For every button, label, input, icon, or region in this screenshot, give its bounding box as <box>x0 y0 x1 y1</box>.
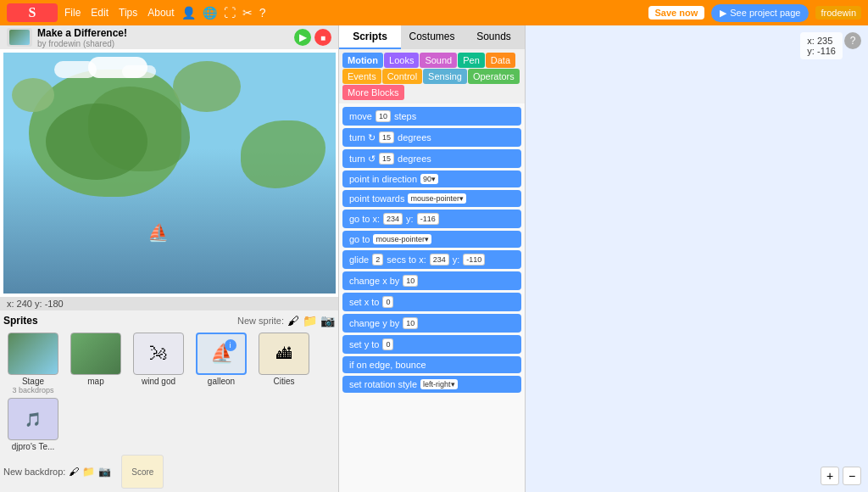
block-turn-cw[interactable]: turn ↻ 15 degrees <box>342 128 521 147</box>
user-badge[interactable]: frodewin <box>815 6 861 20</box>
paint-icon[interactable]: 🖌 <box>287 314 299 327</box>
sprites-list: Stage 3 backdrops map 🌬 wind god i⛵ gall… <box>3 333 335 451</box>
tab-costumes[interactable]: Costumes <box>401 25 463 49</box>
see-project-icon: ▶ <box>720 8 726 19</box>
zoom-controls: + − <box>821 467 861 485</box>
main-area: Make a Difference! by frodewin (shared) … <box>0 25 868 492</box>
sprites-panel: Sprites New sprite: 🖌 📁 📷 Stage 3 backdr… <box>0 310 338 492</box>
block-set-y[interactable]: set y to 0 <box>342 335 521 354</box>
backdrop-camera-icon[interactable]: 📷 <box>98 466 111 478</box>
middle-panel: Scripts Costumes Sounds Motion Looks Sou… <box>339 25 526 492</box>
fullscreen-icon: ⛶ <box>224 6 236 20</box>
scripts-area[interactable]: when I receive Init Game ▾ set size to 6… <box>526 25 868 492</box>
sprite-item-galleon[interactable]: i⛵ galleon <box>192 333 251 394</box>
backdrop-file-icon[interactable]: 📁 <box>82 466 95 478</box>
sprite-item-cities[interactable]: 🏙 Cities <box>254 333 314 394</box>
block-if-on-edge[interactable]: if on edge, bounce <box>342 356 521 373</box>
scripts-workspace: when I receive Init Game ▾ set size to 6… <box>526 25 868 492</box>
new-backdrop-label: New backdrop: <box>3 467 65 477</box>
stop-button[interactable]: ■ <box>314 29 331 46</box>
sprite-item-stage[interactable]: Stage 3 backdrops <box>3 333 63 394</box>
tab-bar: Scripts Costumes Sounds <box>339 25 525 49</box>
sprite-item-map[interactable]: map <box>66 333 125 394</box>
info-badge: i⛵ <box>210 343 233 365</box>
left-panel: Make a Difference! by frodewin (shared) … <box>0 25 339 492</box>
block-point-towards[interactable]: point towards mouse-pointer▾ <box>342 190 521 207</box>
save-now-button[interactable]: Save now <box>648 6 705 20</box>
user-icon: 👤 <box>181 6 196 20</box>
cat-control[interactable]: Control <box>382 69 422 84</box>
block-change-x[interactable]: change x by 10 <box>342 271 521 290</box>
block-turn-ccw[interactable]: turn ↺ 15 degrees <box>342 149 521 168</box>
sprite-item-djpro[interactable]: 🎵 djpro's Te... <box>3 398 63 451</box>
cat-operators[interactable]: Operators <box>468 69 520 84</box>
block-goto-xy[interactable]: go to x: 234 y: -116 <box>342 210 521 228</box>
score-backdrop[interactable]: Score <box>121 455 164 489</box>
tab-sounds[interactable]: Sounds <box>463 25 525 49</box>
project-author: by frodewin (shared) <box>37 39 289 48</box>
cat-sensing[interactable]: Sensing <box>423 69 467 84</box>
scratch-logo[interactable]: S <box>7 3 58 22</box>
new-sprite-label: New sprite: <box>237 316 284 326</box>
cat-looks[interactable]: Looks <box>384 53 419 68</box>
block-move[interactable]: move 10 steps <box>342 107 521 126</box>
zoom-in-button[interactable]: + <box>821 467 839 485</box>
cat-motion[interactable]: Motion <box>342 53 383 68</box>
tab-scripts[interactable]: Scripts <box>339 25 401 49</box>
file-icon[interactable]: 📁 <box>303 314 317 327</box>
block-point-direction[interactable]: point in direction 90▾ <box>342 171 521 187</box>
sprites-title: Sprites <box>3 315 38 327</box>
sprites-header: Sprites New sprite: 🖌 📁 📷 <box>3 314 335 327</box>
green-flag-button[interactable]: ▶ <box>294 29 311 46</box>
top-right: Save now ▶ See project page frodewin <box>648 4 862 22</box>
block-goto-pointer[interactable]: go to mouse-pointer▾ <box>342 231 521 248</box>
categories-panel: Motion Looks Sound Pen Data Events Contr… <box>339 49 525 103</box>
cat-events[interactable]: Events <box>342 69 381 84</box>
stage-canvas: ⛵ <box>3 53 336 294</box>
stage-header: Make a Difference! by frodewin (shared) … <box>0 25 338 49</box>
block-set-rotation[interactable]: set rotation style left-right▾ <box>342 376 521 393</box>
stage-thumbnail <box>7 28 32 47</box>
menu-about[interactable]: About <box>147 7 174 19</box>
block-set-x[interactable]: set x to 0 <box>342 293 521 311</box>
new-backdrop-section: New backdrop: 🖌 📁 📷 Score <box>3 455 335 489</box>
camera-icon[interactable]: 📷 <box>320 314 335 327</box>
topbar: S File Edit Tips About 👤 🌐 ⛶ ✂ ? Save no… <box>0 0 868 25</box>
menu-edit[interactable]: Edit <box>91 7 108 19</box>
world-icon: 🌐 <box>203 6 217 20</box>
top-menu: File Edit Tips About <box>64 7 175 19</box>
cat-more-blocks[interactable]: More Blocks <box>342 85 404 100</box>
galleon-sprite: ⛵ <box>147 222 169 243</box>
coord-display: x: 235 y: -116 <box>800 32 843 59</box>
see-project-button[interactable]: ▶ See project page <box>711 4 809 22</box>
block-glide[interactable]: glide 2 secs to x: 234 y: -110 <box>342 250 521 269</box>
backdrop-paint-icon[interactable]: 🖌 <box>69 466 79 478</box>
scissors-icon: ✂ <box>242 6 253 20</box>
blocks-list: move 10 steps turn ↻ 15 degrees turn ↺ 1… <box>339 103 525 492</box>
block-change-y[interactable]: change y by 10 <box>342 314 521 333</box>
zoom-out-button[interactable]: − <box>843 467 861 485</box>
stage-coords: x: 240 y: -180 <box>0 297 338 310</box>
menu-file[interactable]: File <box>64 7 81 19</box>
menu-tips[interactable]: Tips <box>119 7 137 19</box>
help-icon[interactable]: ? <box>844 32 861 49</box>
help-q-icon: ? <box>259 6 266 20</box>
cat-sound[interactable]: Sound <box>420 53 457 68</box>
cat-data[interactable]: Data <box>486 53 515 68</box>
stage-controls: ▶ ■ <box>294 29 331 46</box>
cat-pen[interactable]: Pen <box>458 53 485 68</box>
project-name: Make a Difference! <box>37 27 289 39</box>
sprite-item-wind-god[interactable]: 🌬 wind god <box>129 333 188 394</box>
